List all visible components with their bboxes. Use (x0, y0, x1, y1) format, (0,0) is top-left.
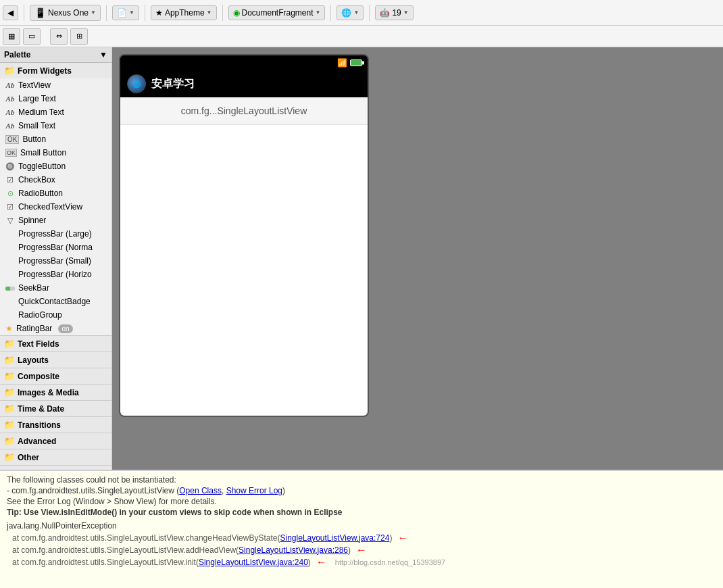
resize-icon-2: ⊞ (76, 32, 82, 41)
palette-header: Palette ▼ (0, 47, 111, 63)
wifi-icon: 📶 (337, 58, 347, 68)
toggle-button-label: ToggleButton (18, 162, 66, 171)
palette-item-progressbar-large[interactable]: ProgressBar (Large) (0, 227, 111, 241)
error-line-2-end: ) (282, 486, 285, 495)
checkbox-label: CheckBox (18, 175, 55, 185)
radio-group-label: RadioGroup (18, 310, 62, 320)
separator-4 (222, 5, 223, 21)
palette-item-progressbar-normal[interactable]: ProgressBar (Norma (0, 241, 111, 254)
images-media-folder-icon: 📁 (4, 387, 15, 397)
palette-item-progressbar-horiz[interactable]: ProgressBar (Horizo (0, 268, 111, 281)
stack-line-3-link[interactable]: SingleLayoutListView.java:240 (199, 558, 308, 567)
red-arrow-1: ← (397, 532, 408, 544)
text-fields-folder-icon: 📁 (4, 339, 15, 349)
palette-menu-icon[interactable]: ▼ (99, 50, 107, 59)
text-fields-label: Text Fields (18, 339, 59, 349)
section-other-header[interactable]: 📁 Other (0, 449, 111, 465)
phone-status-bar: 📶 (120, 55, 368, 70)
section-layouts-header[interactable]: 📁 Layouts (0, 352, 111, 368)
palette-item-checkbox[interactable]: ☑ CheckBox (0, 173, 111, 187)
view-mode-btn-2[interactable]: ▭ (23, 28, 41, 45)
section-custom-library-header[interactable]: 📁 Custom & ...rary Views (0, 466, 111, 470)
section-images-media-header[interactable]: 📁 Images & Media (0, 385, 111, 400)
exception-text: java.lang.NullPointerException (7, 521, 117, 531)
apptheme-selector[interactable]: ★ AppTheme ▼ (151, 5, 217, 20)
xml-view-icon: ▭ (28, 32, 35, 41)
palette-item-progressbar-small[interactable]: ProgressBar (Small) (0, 254, 111, 268)
resize-btn-2[interactable]: ⊞ (70, 28, 88, 45)
show-error-log-link[interactable]: Show Error Log (226, 486, 282, 495)
open-class-link[interactable]: Open Class (179, 486, 222, 495)
fragment-text: com.fg...SingleLayoutListView (181, 105, 307, 116)
bottom-panel: The following classes could not be insta… (0, 470, 723, 588)
small-text-icon: Ab (5, 122, 15, 130)
small-text-label: Small Text (18, 121, 55, 130)
stack-line-3-prefix: at com.fg.androidtest.utils.SingleLayout… (12, 558, 199, 567)
section-composite-header[interactable]: 📁 Composite (0, 368, 111, 384)
progressbar-normal-label: ProgressBar (Norma (18, 243, 93, 252)
form-widgets-folder-icon: 📁 (4, 66, 15, 76)
stack-line-1-prefix: at com.fg.androidtest.utils.SingleLayout… (12, 533, 280, 543)
transitions-label: Transitions (18, 420, 61, 430)
device-selector[interactable]: 📱 Nexus One ▼ (30, 5, 101, 21)
layout-file-button[interactable]: 📄 ▼ (112, 5, 139, 20)
section-time-date: 📁 Time & Date (0, 401, 111, 417)
section-form-widgets-header[interactable]: 📁 Form Widgets (0, 63, 111, 78)
error-line-3: See the Error Log (Window > Show View) f… (7, 497, 716, 506)
stack-line-3-container: at com.fg.androidtest.utils.SingleLayout… (7, 556, 716, 568)
advanced-label: Advanced (18, 437, 56, 446)
section-layouts: 📁 Layouts (0, 352, 111, 368)
palette-item-quick-contact[interactable]: QuickContactBadge (0, 295, 111, 308)
fragment-label: DocumentFragment (242, 8, 314, 18)
fragment-selector[interactable]: ◉ DocumentFragment ▼ (228, 5, 326, 20)
palette-item-button[interactable]: OK Button (0, 132, 111, 146)
palette-item-spinner[interactable]: ▽ Spinner (0, 214, 111, 227)
second-toolbar: ▦ ▭ ⇔ ⊞ (0, 26, 723, 47)
transitions-folder-icon: 📁 (4, 420, 15, 430)
app-icon: 🌐 (127, 74, 146, 93)
palette-item-small-text[interactable]: Ab Small Text (0, 119, 111, 132)
palette-item-medium-text[interactable]: Ab Medium Text (0, 105, 111, 119)
back-button[interactable]: ◀ (3, 5, 18, 20)
stack-line-2-link[interactable]: SingleLayoutListView.java:286 (239, 545, 348, 555)
section-other: 📁 Other (0, 449, 111, 466)
large-text-icon: Ab (5, 95, 15, 103)
palette-item-radio-group[interactable]: RadioGroup (0, 308, 111, 322)
api-selector[interactable]: 🤖 19 ▼ (375, 5, 413, 20)
palette-item-rating-bar[interactable]: ★ RatingBar on (0, 322, 111, 335)
palette-item-radio-button[interactable]: ⊙ RadioButton (0, 187, 111, 200)
layout-file-icon: 📄 (117, 8, 127, 18)
stack-line-2: at com.fg.androidtest.utils.SingleLayout… (12, 545, 351, 555)
textview-icon: Ab (5, 81, 15, 89)
palette-item-checked-textview[interactable]: ☑ CheckedTextView (0, 200, 111, 214)
stack-line-2-container: at com.fg.androidtest.utils.SingleLayout… (7, 544, 716, 556)
section-advanced-header[interactable]: 📁 Advanced (0, 433, 111, 449)
time-date-folder-icon: 📁 (4, 403, 15, 414)
section-time-date-header[interactable]: 📁 Time & Date (0, 401, 111, 416)
error-line-1-text: The following classes could not be insta… (7, 475, 176, 485)
separator-5 (330, 5, 331, 21)
medium-text-label: Medium Text (18, 107, 64, 117)
section-text-fields-header[interactable]: 📁 Text Fields (0, 336, 111, 351)
section-transitions-header[interactable]: 📁 Transitions (0, 417, 111, 433)
theme-dropdown-arrow: ▼ (207, 9, 212, 16)
images-media-label: Images & Media (18, 388, 79, 397)
phone-status-icons: 📶 (337, 58, 362, 68)
palette-item-large-text[interactable]: Ab Large Text (0, 92, 111, 105)
device-dropdown-arrow: ▼ (91, 9, 96, 16)
stack-line-1-container: at com.fg.androidtest.utils.SingleLayout… (7, 532, 716, 544)
red-arrow-2: ← (356, 544, 367, 556)
palette-item-toggle-button[interactable]: 🔘 ToggleButton (0, 160, 111, 173)
spinner-label: Spinner (18, 216, 46, 225)
stack-line-1-link[interactable]: SingleLayoutListView.java:724 (280, 533, 389, 543)
layouts-folder-icon: 📁 (4, 355, 15, 365)
resize-btn-1[interactable]: ⇔ (50, 28, 68, 45)
palette-item-textview[interactable]: Ab TextView (0, 78, 111, 92)
locale-selector[interactable]: 🌐 ▼ (336, 5, 364, 20)
phone-mockup: 📶 🌐 安卓学习 com.fg...SingleLayoutListView (119, 54, 369, 417)
view-mode-btn-1[interactable]: ▦ (3, 28, 20, 45)
tip-text: Tip: Use View.isInEditMode() in your cus… (7, 508, 343, 517)
palette-item-small-button[interactable]: OK Small Button (0, 146, 111, 160)
palette-item-seekbar[interactable]: SeekBar (0, 281, 111, 295)
section-text-fields: 📁 Text Fields (0, 336, 111, 352)
